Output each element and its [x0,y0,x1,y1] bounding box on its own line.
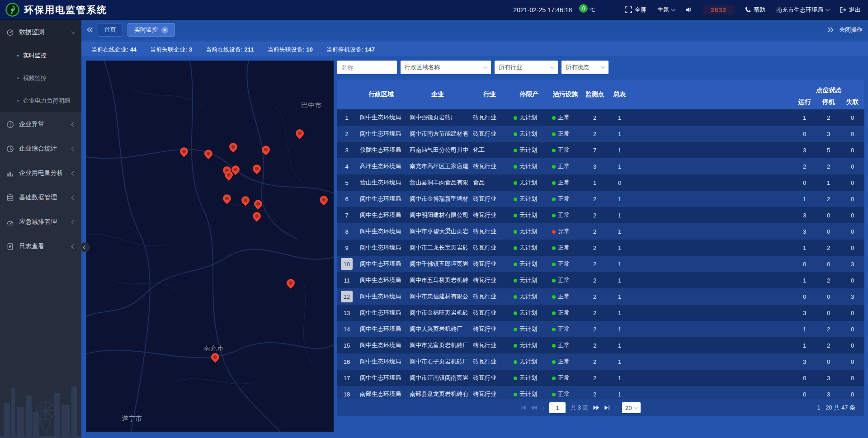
sidebar-subitem[interactable]: 企业电力负荷明细 [0,89,81,112]
table-row[interactable]: 12 阆中生态环境局 阆中市忠信建材有限公 砖瓦行业 无计划 正常 2 1 0 … [337,288,864,305]
region-select[interactable]: 行政区域名称 [401,61,491,74]
tabs-scroll-right-button[interactable] [827,27,834,33]
cell-run: 1 [793,326,816,333]
sidebar-collapse-button[interactable] [80,242,90,252]
cell-facility: 正常 [548,113,582,122]
theme-menu[interactable]: 主题 [657,6,675,14]
status-select[interactable]: 所有状态 [561,61,609,74]
help-button[interactable]: 帮助 [745,6,765,14]
cell-meter: 1 [607,196,632,203]
table-row[interactable]: 17 阆中生态环境局 阆中市江南镇阆南页岩 砖瓦行业 无计划 正常 2 1 0 … [337,370,864,386]
cell-stop-limit: 无计划 [510,113,548,122]
status-dot [552,344,556,348]
table-row[interactable]: 2 阆中生态环境局 阆中市南方节能建材有 砖瓦行业 无计划 正常 2 1 0 3… [337,126,864,142]
table-row[interactable]: 15 阆中生态环境局 阆中市光富页岩机砖厂 砖瓦行业 无计划 正常 2 1 1 … [337,337,864,353]
map-panel[interactable]: 巴中市南充市遂宁市 [86,61,334,432]
table-row[interactable]: 11 阆中生态环境局 阆中市五马桥页岩机砖 砖瓦行业 无计划 正常 2 1 1 … [337,272,864,288]
tabs-scroll-left-button[interactable] [87,27,93,33]
cell-facility: 异常 [548,227,582,235]
cell-index: 1 [337,112,356,123]
status-dot [552,295,556,299]
sidebar-group[interactable]: 企业用电量分析 [0,161,81,185]
sidebar-subitem[interactable]: 实时监控 [0,44,81,67]
sidebar-group[interactable]: 企业综合统计 [0,137,81,161]
status-dot [552,214,556,217]
table-row[interactable]: 18 南部生态环境局 南部县盘龙页岩机砖有 砖瓦行业 无计划 正常 2 1 0 … [337,386,864,399]
cell-industry: 砖瓦行业 [469,211,510,219]
map-city-label: 南充市 [203,344,224,353]
fullscreen-button[interactable]: 全屏 [625,6,646,14]
table-row[interactable]: 13 阆中生态环境局 阆中市金福旺页岩机砖 砖瓦行业 无计划 正常 2 1 3 … [337,305,864,321]
cell-industry: 砖瓦行业 [469,309,510,317]
sidebar-group-label: 企业异常 [19,120,44,128]
cell-company: 阆中市石子页岩机砖厂 [406,358,469,366]
sidebar-group[interactable]: 基础数据管理 [0,185,81,210]
table-row[interactable]: 16 阆中生态环境局 阆中市石子页岩机砖厂 砖瓦行业 无计划 正常 2 1 3 … [337,353,864,370]
industry-select[interactable]: 所有行业 [495,61,558,74]
page-size-select[interactable]: 20 [622,402,640,413]
cell-lost: 0 [840,147,864,154]
chevron-down-icon [634,405,637,409]
table-row[interactable]: 3 仪陇生态环境局 西南油气田分公司川中 化工 无计划 正常 7 1 3 5 0 [337,142,864,158]
table-row[interactable]: 10 阆中生态环境局 阆中千佛镇五郎垭页岩 砖瓦行业 无计划 正常 2 1 0 … [337,256,864,272]
first-page-button[interactable] [520,405,526,410]
next-page-button[interactable] [593,405,599,410]
status-dot [552,230,556,234]
close-operations-menu[interactable]: 关闭操作 [839,26,863,34]
logout-button[interactable]: 退出 [840,6,861,14]
sidebar-subitem[interactable]: 视频监控 [0,67,81,89]
table-row[interactable]: 14 阆中生态环境局 阆中大兴页岩机砖厂 砖瓦行业 无计划 正常 2 1 1 2… [337,321,864,337]
cell-stop: 2 [816,114,840,121]
cell-stop: 2 [816,342,840,349]
cell-facility: 正常 [548,195,582,203]
cell-stop: 0 [816,293,840,300]
status-dot [552,116,556,120]
stat-item: 当前失联企业:3 [150,46,192,54]
cell-industry: 化工 [469,146,510,154]
table-row[interactable]: 4 高坪生态环境局 南充市高坪区王家店建 砖瓦行业 无计划 正常 3 1 2 2… [337,158,864,174]
cell-lost: 0 [840,179,864,186]
status-dot [552,165,556,169]
col-stop: 停机 [816,98,840,106]
cell-facility: 正常 [548,309,582,317]
cell-stop-limit: 无计划 [510,227,548,235]
sidebar-group[interactable]: 应急减排管理 [0,210,81,234]
cell-run: 1 [793,196,816,203]
company-name-input[interactable] [337,61,397,74]
tab-realtime-monitor[interactable]: 实时监控 × [127,23,175,37]
chevron-icon [71,220,76,224]
sidebar-group[interactable]: 企业异常 [0,112,81,137]
status-dot [552,132,556,136]
table-row[interactable]: 6 阆中生态环境局 阆中市金博瑞新型墙材 砖瓦行业 无计划 正常 2 1 1 2… [337,191,864,207]
cell-index: 9 [337,242,356,254]
table-row[interactable]: 9 阆中生态环境局 阆中市二龙长宝页岩砖 砖瓦行业 无计划 正常 2 1 1 2… [337,240,864,256]
tab-home[interactable]: 首页 [98,23,123,37]
table-row[interactable]: 8 阆中生态环境局 阆中市枣碧大梁山页岩 砖瓦行业 无计划 异常 2 1 3 0… [337,223,864,240]
stat-label: 当前失联企业: [150,46,187,53]
table-row[interactable]: 1 阆中生态环境局 阆中强锐页岩砖厂 砖瓦行业 无计划 正常 2 1 1 2 0 [337,109,864,126]
map-roads-decoration [86,61,334,432]
sidebar-group[interactable]: 数据监测 [0,20,81,44]
status-dot [514,116,517,120]
cell-region: 阆中生态环境局 [356,260,406,268]
cell-lost: 0 [840,245,864,251]
cell-facility: 正常 [548,390,582,398]
cell-monitor: 2 [582,391,607,398]
cell-facility: 正常 [548,260,582,268]
cell-region: 阆中生态环境局 [356,211,406,219]
status-dot [514,263,517,266]
last-page-button[interactable] [604,405,610,410]
sidebar-group[interactable]: 日志查看 [0,234,81,259]
prev-page-button[interactable] [531,405,537,410]
alarm-broadcast-button[interactable] [686,7,693,13]
org-menu[interactable]: 南充市生态环境局 [776,6,829,14]
stat-item: 当前失联设备:10 [268,46,313,54]
table-row[interactable]: 7 阆中生态环境局 阆中明阳建材有限公司 砖瓦行业 无计划 正常 2 1 3 0… [337,207,864,223]
cell-stop-limit: 无计划 [510,130,548,138]
database-icon [6,194,14,202]
status-dot [514,198,517,201]
cell-industry: 砖瓦行业 [469,325,510,333]
page-number-input[interactable] [549,402,566,413]
tab-close-icon[interactable]: × [161,27,168,33]
table-row[interactable]: 5 营山生态环境局 营山县润丰肉食品有限 食品 无计划 正常 1 0 0 1 0 [337,174,864,191]
